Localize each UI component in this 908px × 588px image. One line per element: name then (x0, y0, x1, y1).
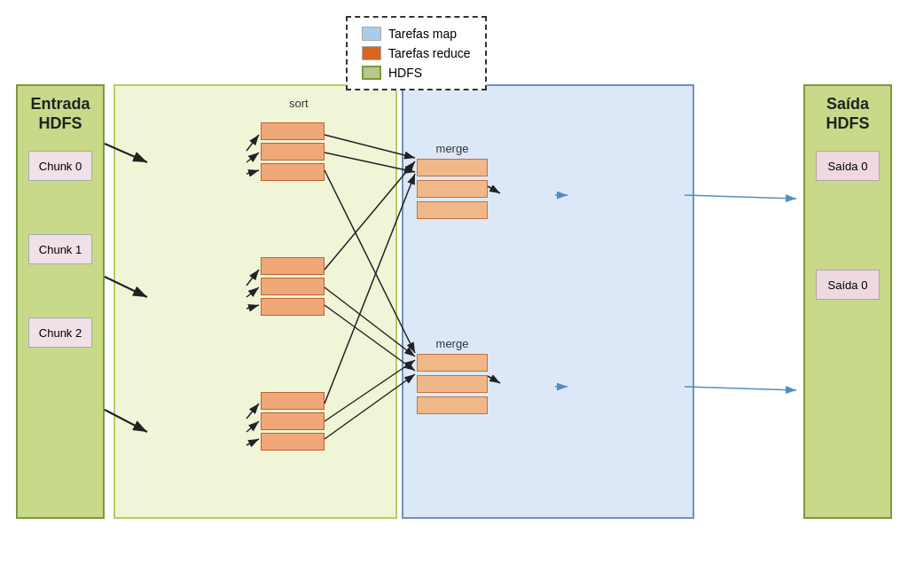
saida-box-1: Saída 0 (816, 270, 880, 300)
sort-bar-1-1 (261, 278, 325, 295)
sort-bar-0-0 (261, 122, 325, 140)
legend-label-map: Tarefas map (388, 27, 457, 41)
legend-item-map: Tarefas map (362, 27, 471, 41)
merge-group-0: merge (417, 142, 488, 223)
sort-group-0 (261, 122, 325, 184)
legend-color-map (362, 27, 381, 41)
legend-label-hdfs: HDFS (388, 66, 422, 80)
sort-bar-1-2 (261, 298, 325, 316)
sort-bar-2-2 (261, 433, 325, 451)
sort-bar-1-0 (261, 257, 325, 275)
sort-group-2 (261, 392, 325, 453)
saida-box-0: Saída 0 (816, 151, 880, 181)
legend-item-reduce: Tarefas reduce (362, 46, 471, 60)
merge-bar-0-1 (417, 180, 488, 198)
legend-color-hdfs (362, 66, 381, 80)
merge-label-1: merge (417, 337, 488, 350)
map-area: sort (114, 84, 397, 519)
sort-bar-2-1 (261, 412, 325, 430)
sort-bar-0-2 (261, 163, 325, 181)
sort-group-1 (261, 257, 325, 318)
diagram-container: Tarefas map Tarefas reduce HDFS EntradaH… (0, 0, 908, 588)
saida-panel: SaídaHDFS Saída 0 Saída 0 (803, 84, 892, 519)
sort-bar-2-0 (261, 392, 325, 410)
sort-label: sort (289, 97, 309, 110)
chunk-box-0: Chunk 0 (28, 151, 92, 181)
entrada-title: EntradaHDFS (30, 95, 90, 133)
merge-bar-1-1 (417, 375, 488, 393)
merge-bar-0-0 (417, 159, 488, 176)
merge-group-1: merge (417, 337, 488, 418)
legend-color-reduce (362, 46, 381, 60)
svg-line-28 (685, 387, 796, 390)
saida-title: SaídaHDFS (826, 95, 870, 133)
sort-bar-0-1 (261, 143, 325, 161)
chunk-box-1: Chunk 1 (28, 234, 92, 264)
merge-bar-1-2 (417, 396, 488, 414)
merge-bar-1-0 (417, 354, 488, 372)
svg-line-27 (685, 195, 796, 199)
chunk-box-2: Chunk 2 (28, 318, 92, 348)
entrada-panel: EntradaHDFS Chunk 0 Chunk 1 Chunk 2 (16, 84, 105, 519)
legend-label-reduce: Tarefas reduce (388, 46, 471, 60)
merge-bar-0-2 (417, 201, 488, 219)
merge-label-0: merge (417, 142, 488, 155)
legend-box: Tarefas map Tarefas reduce HDFS (346, 16, 487, 90)
legend-item-hdfs: HDFS (362, 66, 471, 80)
